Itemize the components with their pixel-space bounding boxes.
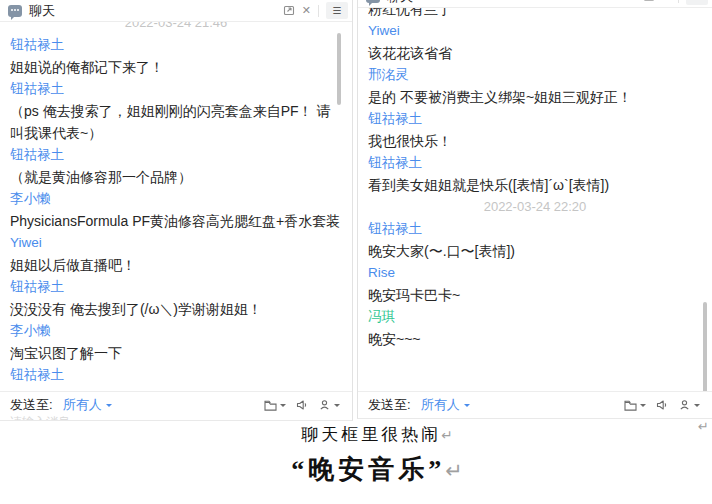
message-sender[interactable]: 钮祜禄土 <box>10 364 342 386</box>
message-text: （就是黄油修容那一个品牌） <box>10 166 342 188</box>
messages-container: 钮祜禄土姐姐说的俺都记下来了！钮祜禄土（ps 俺去搜索了，姐姐刚刚的闪亮套盒来自… <box>10 34 342 386</box>
chat-bubble-icon <box>8 5 22 17</box>
message-text: 是的 不要被消费主义绑架~姐姐三观好正！ <box>368 86 702 108</box>
menu-icon: ☰ <box>333 6 342 16</box>
titlebar: 聊天 ✕ ☰ <box>0 0 352 22</box>
message-list[interactable]: 2022-03-24 21:46 钮祜禄土姐姐说的俺都记下来了！钮祜禄土（ps … <box>0 22 352 391</box>
message-text: PhysiciansFormula PF黄油修容高光腮红盘+香水套装 <box>10 210 342 232</box>
return-mark: ↵ <box>441 427 452 443</box>
message-sender[interactable]: Yiwei <box>10 232 342 254</box>
timestamp: 2022-03-24 22:20 <box>368 196 702 218</box>
speaker-icon[interactable] <box>295 398 309 412</box>
message-sender[interactable]: 钮祜禄土 <box>368 108 702 130</box>
message-text: 我也很快乐！ <box>368 130 702 152</box>
timestamp: 2022-03-24 21:46 <box>10 22 342 34</box>
message-text: 晚安~~~ <box>368 328 702 350</box>
send-bar: 发送至: 所有人 <box>0 391 352 418</box>
message-sender[interactable]: 钮祜禄土 <box>368 218 702 240</box>
message-text: 淘宝识图了解一下 <box>10 342 342 364</box>
message-sender[interactable]: 钮祜禄土 <box>368 152 702 174</box>
caption-line1: 聊天框里很热闹↵ <box>42 421 712 449</box>
close-icon[interactable]: ✕ <box>662 0 671 2</box>
titlebar: 聊天 ✕ ☰ <box>358 0 712 8</box>
message-text: 看到美女姐姐就是快乐([表情]´ω`[表情]) <box>368 174 702 196</box>
message-sender[interactable]: 李小懒 <box>10 320 342 342</box>
message-sender[interactable]: 钮祜禄土 <box>10 144 342 166</box>
send-to-value: 所有人 <box>421 396 460 414</box>
menu-button[interactable]: ☰ <box>686 0 708 5</box>
chat-box-icon[interactable] <box>623 398 646 412</box>
popout-window-icon[interactable] <box>643 0 655 4</box>
chat-box-icon[interactable] <box>263 398 286 412</box>
person-icon[interactable] <box>678 398 700 412</box>
chevron-down-icon <box>640 404 646 410</box>
messages-container: Yiwei该花花该省省邢洺灵是的 不要被消费主义绑架~姐姐三观好正！钮祜禄土我也… <box>368 20 702 350</box>
chevron-down-icon <box>464 404 470 410</box>
person-icon[interactable] <box>318 398 340 412</box>
message-sender[interactable]: 李小懒 <box>10 188 342 210</box>
message-sender[interactable]: 钮祜禄土 <box>10 276 342 298</box>
send-to-value: 所有人 <box>63 396 102 414</box>
clipped-message: 粉红优有兰了 <box>368 8 702 20</box>
scrollbar-thumb[interactable] <box>703 302 707 397</box>
send-to-selector[interactable]: 所有人 <box>63 396 112 414</box>
message-sender[interactable]: 冯琪 <box>368 306 702 328</box>
return-mark: ↵ <box>445 459 462 483</box>
menu-icon: ☰ <box>693 0 702 2</box>
chevron-down-icon <box>106 404 112 410</box>
send-bar: 发送至: 所有人 <box>358 391 712 418</box>
caption-line2: “晚安音乐”↵ <box>42 449 712 492</box>
chevron-down-icon <box>280 404 286 410</box>
message-text: 该花花该省省 <box>368 42 702 64</box>
menu-button[interactable]: ☰ <box>326 2 348 19</box>
chevron-down-icon <box>334 404 340 410</box>
titlebar-divider <box>318 5 319 17</box>
caption: 聊天框里很热闹↵ “晚安音乐”↵ <box>0 421 712 492</box>
document-page: 聊天 ✕ ☰ 2022-03-24 21:46 钮祜禄土姐姐说的俺都记下来了！钮… <box>0 0 712 504</box>
message-sender[interactable]: 钮祜禄土 <box>10 34 342 56</box>
chat-window-right: 聊天 ✕ ☰ 粉红优有兰了 Yiwei该花花该省省邢洺灵是的 不要被消费主义绑架… <box>357 0 712 419</box>
message-text: （ps 俺去搜索了，姐姐刚刚的闪亮套盒来自PF！ 请叫我课代表~） <box>10 100 342 144</box>
message-sender[interactable]: Rise <box>368 262 702 284</box>
message-text: 晚安玛卡巴卡~ <box>368 284 702 306</box>
scrollbar-thumb[interactable] <box>337 33 341 105</box>
message-sender[interactable]: 钮祜禄土 <box>10 78 342 100</box>
panel-title: 聊天 <box>29 2 55 20</box>
speaker-icon[interactable] <box>655 398 669 412</box>
message-text: 没没没有 俺去搜到了(/ω＼)学谢谢姐姐！ <box>10 298 342 320</box>
message-text: 晚安大家(〜.口〜[表情]) <box>368 240 702 262</box>
message-text: 姐姐以后做直播吧！ <box>10 254 342 276</box>
chat-bubble-icon <box>366 0 380 3</box>
chat-window-left: 聊天 ✕ ☰ 2022-03-24 21:46 钮祜禄土姐姐说的俺都记下来了！钮… <box>0 0 353 421</box>
send-to-label: 发送至: <box>10 396 53 414</box>
titlebar-divider <box>678 0 679 3</box>
message-list[interactable]: 粉红优有兰了 Yiwei该花花该省省邢洺灵是的 不要被消费主义绑架~姐姐三观好正… <box>358 8 712 391</box>
message-sender[interactable]: Yiwei <box>368 20 702 42</box>
send-to-label: 发送至: <box>368 396 411 414</box>
close-icon[interactable]: ✕ <box>302 5 311 16</box>
popout-window-icon[interactable] <box>283 4 295 18</box>
panel-title: 聊天 <box>387 0 413 6</box>
chevron-down-icon <box>694 404 700 410</box>
send-to-selector[interactable]: 所有人 <box>421 396 470 414</box>
message-text: 姐姐说的俺都记下来了！ <box>10 56 342 78</box>
message-sender[interactable]: 邢洺灵 <box>368 64 702 86</box>
